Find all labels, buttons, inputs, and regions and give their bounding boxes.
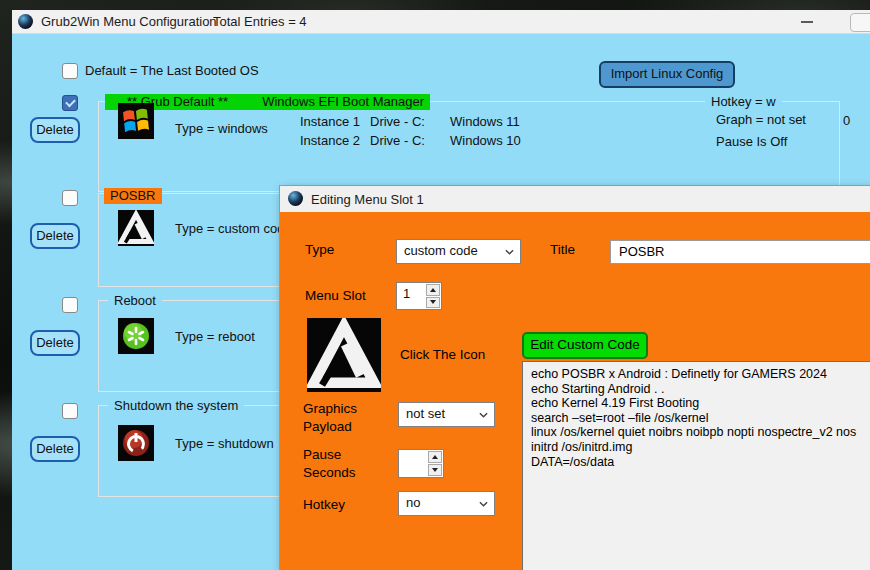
entry-title-posbr: POSBR [104, 188, 162, 204]
grub2win-logo-icon [18, 14, 33, 29]
graphics-payload-dropdown[interactable]: not set [398, 402, 495, 427]
menu-entry-icon-button[interactable] [307, 318, 381, 392]
instance-1-os: Windows 11 [450, 114, 520, 129]
delete-button-shutdown[interactable]: Delete [30, 436, 80, 462]
menu-slot-label: Menu Slot [305, 288, 366, 303]
total-entries-label: Total Entries = 4 [213, 14, 307, 29]
type-dropdown-value: custom code [404, 243, 478, 258]
delete-button-windows[interactable]: Delete [30, 117, 80, 143]
spinner-down-button[interactable] [426, 297, 440, 309]
graph-status-label: Graph = not set [716, 112, 806, 127]
hotkey-field-label: Hotkey [303, 497, 345, 512]
shutdown-power-icon [118, 425, 154, 461]
delete-button-posbr[interactable]: Delete [30, 223, 80, 249]
chevron-down-icon [479, 501, 488, 507]
windows-flag-icon [118, 103, 154, 139]
entry-type-posbr: Type = custom code [175, 221, 292, 236]
instance-2-os: Windows 10 [450, 133, 521, 148]
menu-slot-spinner[interactable]: 1 [396, 282, 442, 310]
entry-order-number: 0 [843, 113, 850, 128]
entry-title-reboot: Reboot [108, 293, 162, 309]
hotkey-label: Hotkey = w [705, 94, 782, 110]
graphics-payload-value: not set [406, 406, 445, 421]
custom-code-textarea[interactable]: echo POSBR x Android : Definetly for GAM… [522, 361, 870, 570]
title-label: Title [550, 242, 575, 257]
grub2win-logo-icon [288, 191, 303, 206]
pause-seconds-spinner[interactable] [398, 449, 444, 478]
main-titlebar: Grub2Win Menu Configuration Total Entrie… [12, 10, 870, 34]
click-the-icon-label: Click The Icon [400, 347, 485, 362]
posbr-triangle-icon [118, 210, 154, 246]
entry-title-windows: Windows EFI Boot Manager [256, 94, 430, 110]
entry-title-shutdown: Shutdown the system [108, 398, 244, 414]
entry-type-reboot: Type = reboot [175, 329, 255, 344]
pause-seconds-label: Pause Seconds [303, 446, 383, 482]
pause-status-label: Pause Is Off [716, 134, 787, 149]
entry-checkbox-shutdown[interactable] [62, 403, 78, 419]
type-dropdown[interactable]: custom code [396, 239, 521, 264]
desktop: { "window": { "title": "Grub2Win Menu Co… [0, 0, 870, 570]
maximize-button[interactable] [850, 13, 870, 32]
import-linux-config-button[interactable]: Import Linux Config [599, 61, 735, 88]
window-title: Grub2Win Menu Configuration [41, 14, 217, 29]
hotkey-dropdown-value: no [406, 495, 420, 510]
title-input[interactable] [610, 240, 870, 264]
type-label: Type [305, 242, 334, 257]
default-last-booted-checkbox[interactable] [62, 63, 78, 79]
spinner-down-button[interactable] [428, 464, 442, 476]
code-line: DATA=/os/data [531, 455, 870, 470]
code-line: initrd /os/initrd.img [531, 440, 870, 455]
default-last-booted-label: Default = The Last Booted OS [85, 63, 259, 78]
code-line: echo Starting Android . . [531, 382, 870, 397]
spinner-up-button[interactable] [426, 284, 440, 296]
entry-type-windows: Type = windows [175, 121, 268, 136]
entry-checkbox-windows[interactable] [62, 95, 78, 111]
code-line: echo Kernel 4.19 First Booting [531, 396, 870, 411]
instance-2-drive: Drive - C: [370, 133, 425, 148]
entry-checkbox-posbr[interactable] [62, 190, 78, 206]
code-line: echo POSBR x Android : Definetly for GAM… [531, 367, 870, 382]
chevron-down-icon [479, 412, 488, 418]
dialog-title: Editing Menu Slot 1 [311, 192, 424, 207]
instance-1-name: Instance 1 [300, 114, 360, 129]
menu-slot-value: 1 [403, 286, 410, 301]
entry-checkbox-reboot[interactable] [62, 297, 78, 313]
code-line: search –set=root –file /os/kernel [531, 411, 870, 426]
chevron-down-icon [505, 249, 514, 255]
code-line: linux /os/kernel quiet noibrs noibpb nop… [531, 425, 870, 440]
entry-type-shutdown: Type = shutdown [175, 436, 274, 451]
instance-2-name: Instance 2 [300, 133, 360, 148]
graphics-payload-label: Graphics Payload [303, 400, 383, 436]
dialog-titlebar: Editing Menu Slot 1 [280, 186, 870, 212]
edit-custom-code-button[interactable]: Edit Custom Code [522, 332, 648, 359]
hotkey-dropdown[interactable]: no [398, 491, 495, 516]
instance-1-drive: Drive - C: [370, 114, 425, 129]
minimize-button[interactable] [801, 21, 813, 23]
edit-dialog: Editing Menu Slot 1 Type custom code Tit… [280, 186, 870, 570]
reboot-icon [118, 318, 154, 354]
delete-button-reboot[interactable]: Delete [30, 330, 80, 356]
spinner-up-button[interactable] [428, 451, 442, 463]
